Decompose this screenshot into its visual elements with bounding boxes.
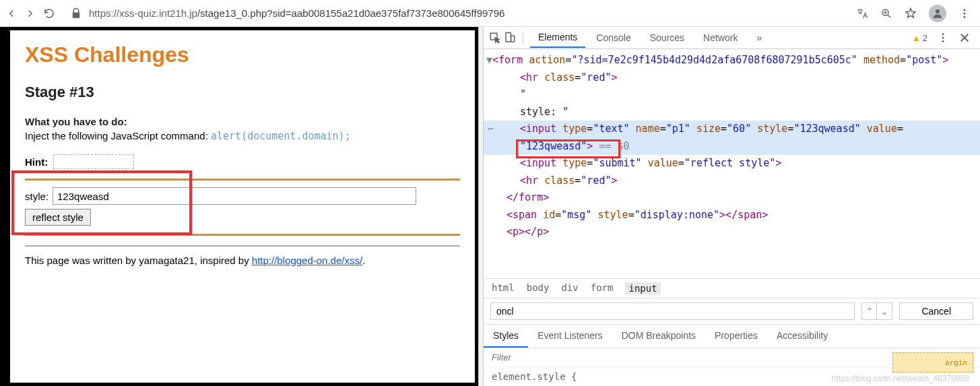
task-desc: Inject the following JavaScript command:… <box>25 130 460 142</box>
back-icon[interactable] <box>5 7 18 20</box>
crumb-input[interactable]: input <box>625 282 660 294</box>
tab-event-listeners[interactable]: Event Listeners <box>528 325 612 348</box>
tab-accessibility[interactable]: Accessibility <box>767 325 837 348</box>
page-title: XSS Challenges <box>25 42 460 67</box>
hr-footer <box>25 245 460 247</box>
tab-styles[interactable]: Styles <box>484 325 528 348</box>
hint-row: Hint: <box>25 154 460 169</box>
lock-icon <box>70 7 82 20</box>
crumb-body[interactable]: body <box>527 282 550 294</box>
svg-point-2 <box>964 9 966 11</box>
box-model-margin: argin <box>892 352 973 373</box>
svg-point-4 <box>964 15 966 18</box>
warning-badge[interactable]: ▲2 <box>912 33 927 43</box>
footer: This page was written by yamagata21, ins… <box>25 255 460 266</box>
devtools-header: Elements Console Sources Network » ▲2 <box>484 27 980 49</box>
footer-link[interactable]: http://blogged-on.de/xss/ <box>252 255 362 266</box>
breadcrumb: html body div form input <box>484 278 980 298</box>
crumb-html[interactable]: html <box>492 282 515 294</box>
devtools-panel: Elements Console Sources Network » ▲2 ▼<… <box>484 27 980 386</box>
avatar-icon[interactable] <box>929 5 946 22</box>
watermark: https://blog.csdn.net/weixin_46370868 <box>832 374 969 383</box>
forward-icon[interactable] <box>24 7 36 20</box>
translate-icon[interactable] <box>856 7 868 20</box>
device-icon[interactable] <box>504 32 516 44</box>
tab-elements[interactable]: Elements <box>530 28 585 48</box>
url-text: https://xss-quiz.int21h.jp/stage13_0.php… <box>89 7 504 19</box>
svg-point-8 <box>942 33 944 35</box>
url-bar[interactable]: https://xss-quiz.int21h.jp/stage13_0.php… <box>62 7 849 20</box>
find-input[interactable] <box>490 302 855 320</box>
selected-element[interactable]: ⋯<input type="text" name="p1" size="60" … <box>484 121 980 138</box>
browser-toolbar: https://xss-quiz.int21h.jp/stage13_0.php… <box>0 0 980 27</box>
styles-tabs: Styles Event Listeners DOM Breakpoints P… <box>484 324 980 348</box>
menu-icon[interactable] <box>958 7 971 20</box>
style-input[interactable] <box>53 187 416 205</box>
hint-box <box>53 154 134 169</box>
styles-filter-input[interactable] <box>490 350 888 364</box>
toolbar-right <box>856 5 975 22</box>
tab-sources[interactable]: Sources <box>642 28 692 47</box>
find-nav: ⌃ ⌄ <box>861 302 892 320</box>
tab-dom-breakpoints[interactable]: DOM Breakpoints <box>612 325 705 348</box>
stage-title: Stage #13 <box>25 84 460 101</box>
close-icon[interactable] <box>958 32 971 44</box>
hr-top <box>25 179 460 181</box>
zoom-icon[interactable] <box>880 7 892 20</box>
find-next-icon[interactable]: ⌄ <box>877 303 892 319</box>
task-label: What you have to do: <box>25 116 460 127</box>
svg-point-3 <box>964 12 966 14</box>
svg-point-1 <box>936 9 940 13</box>
find-bar: ⌃ ⌄ Cancel <box>484 298 980 324</box>
elements-tree[interactable]: ▼<form action="?sid=7e2c9f145b4d29d4d2af… <box>484 49 980 278</box>
crumb-div[interactable]: div <box>561 282 578 294</box>
crumb-form[interactable]: form <box>591 282 614 294</box>
star-icon[interactable] <box>905 7 917 20</box>
reflect-button[interactable]: reflect style <box>25 209 91 226</box>
tab-console[interactable]: Console <box>588 28 639 47</box>
svg-rect-7 <box>511 36 515 42</box>
js-command: alert(document.domain); <box>211 130 351 142</box>
reload-icon[interactable] <box>43 7 55 20</box>
tab-network[interactable]: Network <box>695 28 746 47</box>
hr-bottom <box>25 234 460 236</box>
tab-more[interactable]: » <box>748 28 770 47</box>
devtools-menu-icon[interactable] <box>937 32 949 44</box>
tab-properties[interactable]: Properties <box>705 325 767 348</box>
splitter[interactable] <box>478 27 484 386</box>
find-prev-icon[interactable]: ⌃ <box>862 303 877 319</box>
svg-point-10 <box>942 40 944 42</box>
svg-point-9 <box>942 37 944 39</box>
cancel-button[interactable]: Cancel <box>899 302 973 320</box>
svg-rect-6 <box>506 33 511 42</box>
style-label: style: <box>25 191 48 202</box>
page-panel: XSS Challenges Stage #13 What you have t… <box>0 27 478 386</box>
inspect-icon[interactable] <box>489 32 501 44</box>
